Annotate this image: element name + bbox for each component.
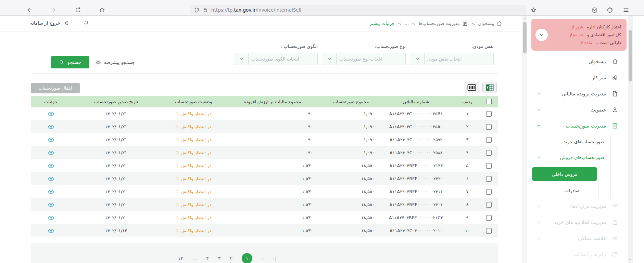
bell-icon[interactable] bbox=[83, 20, 89, 26]
invoice-icon bbox=[462, 20, 468, 27]
eye-icon[interactable] bbox=[48, 123, 54, 130]
page-button[interactable]: ۲ bbox=[230, 256, 232, 261]
columns-icon[interactable] bbox=[465, 82, 479, 93]
page-button[interactable]: ۱۲ bbox=[178, 256, 183, 261]
breadcrumb-label: ... bbox=[405, 21, 409, 26]
row-checkbox-cell bbox=[479, 185, 498, 198]
status-badge: در انتظار واکنش bbox=[176, 124, 211, 129]
table-row: ۴A۱۱A۲۴۰۴C۰۰۰۰۰۰۰۰۰۲۵۸۸۱,۰۹۰۹۰در انتظار … bbox=[31, 146, 498, 159]
row-checkbox[interactable] bbox=[486, 150, 492, 156]
invoice-total-cell: ۱۸,۵۵۰ bbox=[315, 172, 377, 185]
row-checkbox[interactable] bbox=[486, 215, 492, 221]
breadcrumb-item[interactable]: پیشخوان bbox=[478, 20, 503, 27]
chevron-down-icon bbox=[536, 236, 542, 241]
forward-icon[interactable] bbox=[49, 5, 58, 15]
row-checkbox[interactable] bbox=[486, 189, 492, 195]
page-button[interactable]: ۳ bbox=[218, 256, 221, 261]
select-all-checkbox[interactable] bbox=[486, 99, 492, 104]
extensions-icon[interactable] bbox=[605, 5, 615, 15]
eye-icon[interactable] bbox=[48, 227, 54, 234]
eye-icon[interactable] bbox=[48, 162, 54, 169]
sidebar-subsubitem[interactable]: صادرات bbox=[531, 184, 599, 197]
sidebar-scrollbar[interactable] bbox=[628, 16, 633, 263]
sidebar-item[interactable]: مدیریت پرونده مالیاتی bbox=[531, 86, 628, 102]
sidebar-item[interactable]: مدیریت صورتحساب bbox=[531, 118, 628, 134]
search-button[interactable]: جستجو bbox=[51, 56, 89, 68]
address-bar[interactable]: https://tp.tax.gov.ir/invoice/internalSe… bbox=[190, 5, 526, 15]
menu-icon[interactable] bbox=[621, 5, 631, 15]
reload-icon[interactable] bbox=[73, 5, 83, 15]
row-number-cell: ۷ bbox=[455, 185, 479, 198]
filter-select[interactable]: انتخاب نقش مودی bbox=[410, 53, 494, 65]
tax-id-cell: A۱۱A۲۴۰۴BFF۰۰۰۰۰۰۰۲۲۱۶ bbox=[377, 185, 455, 198]
row-checkbox[interactable] bbox=[486, 111, 492, 117]
excel-export-icon[interactable] bbox=[482, 82, 497, 93]
message-icon bbox=[611, 251, 619, 258]
status-dot-icon bbox=[176, 165, 178, 167]
filter-group: نوع صورتحساب:انتخاب نوع صورتحساب bbox=[322, 44, 406, 65]
breadcrumb-item[interactable]: مدیریت صورتحساب‌ها bbox=[419, 20, 468, 27]
home-icon[interactable] bbox=[97, 5, 107, 15]
table-row: ۱A۱۱A۲۴۰۴C۰۰۰۰۰۰۰۰۰۲۵B۱۱,۰۹۰۹۰در انتظار … bbox=[31, 107, 498, 120]
sidebar-item[interactable]: عضویت bbox=[531, 102, 628, 118]
issue-date-cell: ۱۴۰۲/۰۱/۲۰ bbox=[71, 211, 161, 224]
alert-line: اعتبار کارکنان ادارهعبور از bbox=[553, 23, 621, 31]
breadcrumb-item[interactable]: ... bbox=[405, 21, 409, 26]
pagination-ellipsis[interactable]: ... bbox=[192, 256, 197, 261]
eye-icon[interactable] bbox=[48, 110, 54, 117]
invoice-total-cell: ۱۸,۵۵۰ bbox=[315, 198, 377, 211]
filter-select[interactable]: انتخاب الگوی صورتحساب bbox=[234, 53, 318, 65]
filter-select[interactable]: انتخاب نوع صورتحساب bbox=[322, 53, 406, 65]
sidebar-item[interactable]: پیشخوان bbox=[531, 53, 628, 69]
issue-date-cell: ۱۴۰۲/۰۱/۲۱ bbox=[71, 120, 161, 133]
issue-date-cell: ۱۴۰۲/۰۱/۲۱ bbox=[71, 107, 161, 120]
tax-id-cell: A۱۱A۲۴۰۴BFF۰۰۰۰۰۰۰۲۱C۲ bbox=[377, 211, 455, 224]
row-checkbox[interactable] bbox=[486, 137, 492, 143]
detail-cell bbox=[31, 198, 71, 211]
scrollbar-thumb[interactable] bbox=[523, 22, 527, 53]
back-icon[interactable] bbox=[25, 5, 34, 15]
row-number-cell: ۱ bbox=[455, 107, 479, 120]
tax-id-cell: A۱۱A۲۴۰۴BFF۰۰۰۰۰۰۰۲۲۲۰ bbox=[377, 172, 455, 185]
row-checkbox[interactable] bbox=[486, 176, 492, 182]
eye-icon[interactable] bbox=[48, 201, 54, 208]
alert-collapse-button[interactable] bbox=[535, 29, 548, 41]
page-button[interactable]: ۴ bbox=[206, 256, 209, 261]
eye-icon[interactable] bbox=[48, 214, 54, 221]
transfer-invoice-button[interactable]: انتقال صورتحساب bbox=[31, 83, 80, 93]
alert-highlight: عبور از bbox=[571, 23, 583, 31]
breadcrumb-label: مدیریت صورتحساب‌ها bbox=[419, 21, 460, 26]
eye-icon[interactable] bbox=[48, 188, 54, 195]
breadcrumb-item[interactable]: جزئیات بیشتر bbox=[369, 21, 394, 26]
pocket-icon[interactable] bbox=[590, 5, 599, 15]
eye-icon[interactable] bbox=[48, 136, 54, 143]
header-checkbox[interactable] bbox=[479, 96, 498, 107]
main-scrollbar[interactable] bbox=[522, 16, 527, 263]
eye-icon[interactable] bbox=[48, 175, 54, 182]
gear-icon bbox=[95, 59, 101, 66]
invoice-icon bbox=[611, 122, 619, 129]
logout-button[interactable]: خروج از سامانه bbox=[30, 20, 69, 26]
vat-total-cell: ۱,۵۳۰ bbox=[226, 159, 315, 172]
shield-icon[interactable] bbox=[194, 7, 200, 13]
row-checkbox-cell bbox=[479, 198, 498, 211]
sidebar-item-label: عضویت bbox=[591, 107, 606, 113]
scrollbar-thumb[interactable] bbox=[629, 30, 632, 81]
sidebar-item-label: میز کار bbox=[592, 75, 606, 80]
row-checkbox[interactable] bbox=[486, 163, 492, 169]
eye-icon[interactable] bbox=[48, 149, 54, 156]
row-checkbox[interactable] bbox=[486, 202, 492, 208]
internal-sell-button[interactable]: فروش داخلی bbox=[532, 167, 597, 181]
scroll-up-icon[interactable] bbox=[523, 16, 527, 21]
row-checkbox[interactable] bbox=[486, 228, 492, 234]
sidebar-subitem[interactable]: صورتحساب‌های فروش bbox=[531, 149, 611, 165]
sidebar-subsubitem[interactable]: فروش داخلی bbox=[531, 166, 599, 182]
star-icon[interactable] bbox=[529, 5, 538, 15]
sidebar-item[interactable]: میز کار bbox=[531, 69, 628, 86]
advanced-search-button[interactable]: جستجو پیشرفته bbox=[95, 59, 135, 66]
sidebar-subitem[interactable]: صورتحساب‌های خرید bbox=[531, 134, 611, 149]
row-checkbox[interactable] bbox=[486, 124, 492, 130]
active-page-button[interactable]: ۱ bbox=[242, 253, 252, 263]
scroll-down-icon[interactable] bbox=[628, 258, 632, 262]
table-row: ۳A۱۱A۲۴۰۴C۰۰۰۰۰۰۰۰۰۲۵۹۲۱,۰۹۰۹۰در انتظار … bbox=[31, 133, 498, 146]
